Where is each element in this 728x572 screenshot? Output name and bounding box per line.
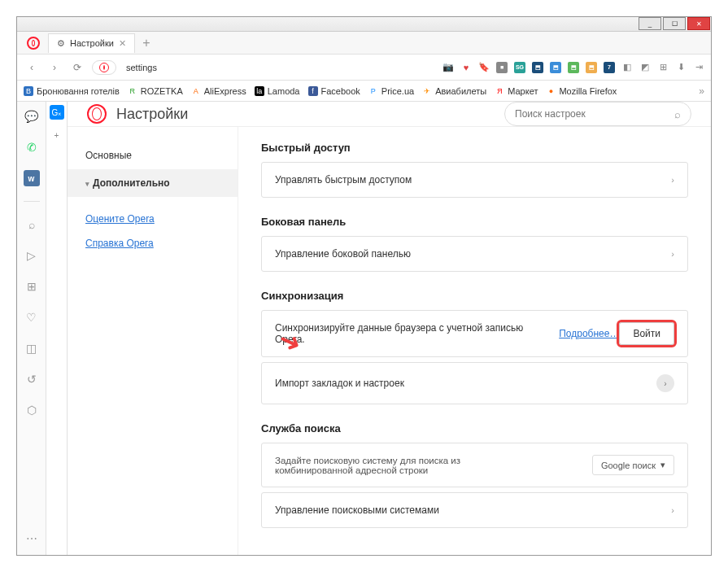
url-badge[interactable] (92, 60, 116, 75)
search-engine-dropdown[interactable]: Google поиск ▾ (592, 455, 674, 475)
sidebar-more-button[interactable]: ⋯ (24, 531, 40, 547)
favorites-icon[interactable]: ♡ (24, 309, 40, 325)
maximize-button[interactable]: ☐ (663, 17, 686, 30)
bookmark-item[interactable]: ✈Авиабилеты (422, 86, 486, 96)
ext-icon-1[interactable]: ■ (496, 62, 508, 73)
url-icons: 📷 ♥ 🔖 ■ SG ⬒ ⬒ ⬒ ⬒ 7 ◧ ◩ ⊞ ⬇ ⇥ (442, 62, 704, 73)
ext-icon-10[interactable]: ⊞ (657, 62, 669, 73)
section-title: Служба поиска (261, 422, 688, 434)
tab-strip: ⚙ Настройки ✕ + (17, 32, 711, 55)
bookmark-icon-blue: В (24, 86, 33, 96)
settings-page: Настройки ⌕ Основные Дополнительно Оцени… (68, 102, 711, 555)
tab-sidebar-item-1[interactable]: Gₓ (50, 105, 64, 120)
section-title: Быстрый доступ (261, 142, 688, 154)
row-import-bookmarks[interactable]: Импорт закладок и настроек › (261, 362, 688, 404)
messenger-icon[interactable]: 💬 (24, 108, 40, 124)
speeddial-icon[interactable]: ⊞ (24, 278, 40, 295)
nav-rate-opera[interactable]: Оцените Opera (68, 207, 238, 231)
bookmark-label: ROZETKA (141, 86, 183, 96)
ext-icon-5[interactable]: ⬒ (568, 62, 579, 73)
bookmark-icon[interactable]: 🔖 (478, 62, 490, 73)
minimize-button[interactable]: _ (639, 17, 661, 30)
heart-icon[interactable]: ♥ (460, 62, 472, 73)
bookmark-label: Facebook (321, 86, 360, 96)
bookmark-label: Маркет (508, 86, 538, 96)
settings-nav: Основные Дополнительно Оцените Opera Спр… (68, 127, 238, 555)
page-header: Настройки ⌕ (68, 102, 711, 126)
ext-icon-2[interactable]: SG (514, 62, 525, 73)
close-window-button[interactable]: ✕ (687, 17, 710, 30)
ext-icon-4[interactable]: ⬒ (550, 62, 561, 73)
ext-icon-6[interactable]: ⬒ (586, 62, 597, 73)
row-manage-sidepanel[interactable]: Управление боковой панелью › (261, 236, 688, 272)
history-icon[interactable]: ↺ (24, 371, 40, 387)
bookmark-item[interactable]: laLamoda (255, 86, 300, 96)
bookmark-item[interactable]: RROZETKA (128, 86, 183, 96)
row-manage-quick-access[interactable]: Управлять быстрым доступом › (261, 162, 688, 198)
back-button[interactable]: ‹ (24, 59, 40, 76)
opera-logo-icon (27, 37, 40, 50)
row-manage-search-engines[interactable]: Управление поисковыми системами › (261, 492, 688, 528)
bookmarks-bar: ВБронювання готелів RROZETKA AAliExpress… (17, 81, 711, 102)
bookmark-icon-avia: ✈ (422, 86, 432, 96)
ext-icon-7[interactable]: 7 (604, 62, 615, 73)
bookmark-label: Mozilla Firefox (559, 86, 617, 96)
section-title: Синхронизация (261, 290, 688, 302)
bookmark-icon-yandex: Я (495, 86, 504, 96)
section-sync: Синхронизация Синхронизируйте данные бра… (261, 290, 688, 404)
url-text[interactable]: settings (126, 63, 157, 72)
tab-title: Настройки (70, 38, 114, 48)
opera-menu-button[interactable] (24, 33, 43, 53)
ext-icon-3[interactable]: ⬒ (532, 62, 543, 73)
bookmark-item[interactable]: ●Mozilla Firefox (546, 86, 617, 96)
side-icon[interactable]: ⇥ (693, 62, 704, 73)
ext-icon-9[interactable]: ◩ (639, 62, 651, 73)
sidebar-separator (24, 201, 40, 202)
extensions-icon[interactable]: ⬡ (24, 402, 40, 418)
nav-basic[interactable]: Основные (68, 142, 238, 169)
ext-icon-8[interactable]: ◧ (621, 62, 633, 73)
row-label: Импорт закладок и настроек (275, 378, 404, 389)
sync-more-link[interactable]: Подробнее… (559, 328, 619, 339)
forward-button[interactable]: › (46, 59, 63, 76)
reload-button[interactable]: ⟳ (69, 59, 85, 76)
tab-sidebar: Gₓ + (46, 102, 68, 555)
gear-icon: ⚙ (57, 38, 65, 49)
tab-sidebar-add[interactable]: + (50, 128, 64, 142)
settings-content: Быстрый доступ Управлять быстрым доступо… (238, 127, 711, 555)
download-icon[interactable]: ⬇ (675, 62, 687, 73)
dropdown-value: Google поиск (601, 461, 656, 470)
chevron-right-icon: › (671, 249, 674, 259)
nav-help-opera[interactable]: Справка Opera (68, 231, 238, 255)
row-label: Задайте поисковую систему для поиска из … (275, 456, 519, 475)
bookmark-label: AliExpress (204, 86, 246, 96)
section-title: Боковая панель (261, 216, 688, 228)
row-label: Управлять быстрым доступом (275, 174, 412, 186)
new-tab-button[interactable]: + (138, 35, 155, 51)
url-bar: ‹ › ⟳ settings 📷 ♥ 🔖 ■ SG ⬒ ⬒ ⬒ ⬒ 7 ◧ ◩ … (17, 55, 711, 81)
page-title: Настройки (116, 106, 188, 123)
section-quick-access: Быстрый доступ Управлять быстрым доступо… (261, 142, 688, 198)
search-sidebar-icon[interactable]: ⌕ (24, 216, 40, 233)
chevron-down-icon: ▾ (660, 460, 665, 470)
bookmark-item[interactable]: ЯМаркет (495, 86, 538, 96)
whatsapp-icon[interactable]: ✆ (24, 139, 40, 155)
settings-search-box[interactable]: ⌕ (504, 102, 691, 126)
row-sync-login: Синхронизируйте данные браузера с учетно… (261, 310, 688, 357)
vk-icon[interactable]: w (24, 170, 40, 186)
send-icon[interactable]: ▷ (24, 247, 40, 264)
sync-login-button[interactable]: Войти (619, 322, 674, 345)
bookmark-item[interactable]: ВБронювання готелів (24, 86, 120, 96)
bookmark-item[interactable]: fFacebook (308, 86, 360, 96)
camera-icon[interactable]: 📷 (442, 62, 454, 73)
clip-icon[interactable]: ◫ (24, 340, 40, 356)
tab-settings[interactable]: ⚙ Настройки ✕ (48, 33, 135, 53)
nav-advanced[interactable]: Дополнительно (68, 169, 238, 197)
settings-search-input[interactable] (515, 108, 674, 120)
bookmark-icon-fb: f (308, 86, 318, 96)
chevron-right-icon: › (656, 374, 674, 392)
bookmark-item[interactable]: AAliExpress (191, 86, 246, 96)
bookmarks-more-button[interactable]: » (699, 85, 704, 97)
tab-close-button[interactable]: ✕ (119, 38, 126, 49)
bookmark-item[interactable]: PPrice.ua (368, 86, 414, 96)
